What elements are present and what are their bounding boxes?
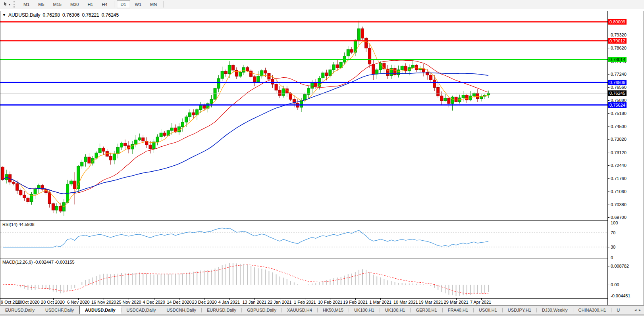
tab-eurusd-daily[interactable]: EURUSD,Daily <box>0 306 40 314</box>
toolbar-separator <box>114 1 114 8</box>
toolbar-separator <box>163 1 164 8</box>
hline-price-flag: 0.80009 <box>608 19 627 25</box>
date-label: 29 Mar 2021 <box>444 300 469 305</box>
axis-tick <box>608 205 609 205</box>
collapse-triangle-icon[interactable]: ▼ <box>2 13 6 17</box>
hline-price-flag: 0.76809 <box>608 80 627 85</box>
quote-open: 0.76298 <box>43 12 60 18</box>
timeframe-button-D1[interactable]: D1 <box>117 0 130 8</box>
price-axis[interactable]: 0.793200.786200.779400.772400.765600.758… <box>608 11 644 305</box>
crosshair-tool-button[interactable]: ▾ <box>2 0 12 9</box>
tab-scroll-right-icon[interactable]: ▸ <box>639 308 641 312</box>
timeframe-button-M5[interactable]: M5 <box>34 0 48 8</box>
price-tick-label: 0.70380 <box>611 202 627 207</box>
chevron-down-icon: ▾ <box>9 3 10 6</box>
tab-scroll-controls: ◂ ▸ <box>631 306 644 314</box>
timeframe-button-MN[interactable]: MN <box>146 0 161 8</box>
chart-symbol-label: AUDUSD,Daily <box>8 12 40 18</box>
tab-dj30-weekly[interactable]: DJ30,Weekly <box>537 306 573 314</box>
date-axis[interactable]: 9 Oct 202019 Oct 202028 Oct 20206 Nov 20… <box>0 298 607 305</box>
axis-tick <box>608 165 609 166</box>
macd-indicator-label: MACD(12,26,9) -0.002447 -0.003155 <box>2 260 75 264</box>
date-label: 22 Jan 2021 <box>268 300 292 305</box>
date-label: 19 Feb 2021 <box>343 300 368 305</box>
date-label: 28 Oct 2020 <box>41 300 65 305</box>
macd-pane[interactable]: MACD(12,26,9) -0.002447 -0.003155 <box>0 259 607 298</box>
quote-low: 0.76221 <box>82 12 99 18</box>
axis-tick <box>608 223 609 223</box>
rsi-pane[interactable]: RSI(14) 44.5908 <box>0 221 607 258</box>
tab-usdcad-daily[interactable]: USDCAD,Daily <box>121 306 161 314</box>
date-label: 16 Nov 2020 <box>91 300 116 305</box>
timeframe-button-M15[interactable]: M15 <box>49 0 66 8</box>
current-price-flag: 0.76245 <box>608 90 627 96</box>
cursor-tool-icon <box>3 1 8 8</box>
tab-china300-h1[interactable]: CHINA300,H1 <box>573 306 611 314</box>
date-label: 14 Dec 2020 <box>167 300 191 305</box>
tab-u[interactable]: U <box>611 306 625 314</box>
tab-usoil-h1[interactable]: USOil,H1 <box>474 306 502 314</box>
timeframe-button-H1[interactable]: H1 <box>83 0 97 8</box>
date-label: 10 Feb 2021 <box>318 300 343 305</box>
rsi-tick-label: 70 <box>611 230 615 235</box>
date-label: 1 Feb 2021 <box>294 300 316 305</box>
rsi-tick-label: 100 <box>611 220 618 225</box>
hline-price-flag: 0.79012 <box>608 38 627 44</box>
axis-tick <box>608 153 609 153</box>
status-strip <box>0 314 644 316</box>
date-label: 4 Dec 2020 <box>143 300 165 305</box>
price-pane[interactable]: ▼ AUDUSD,Daily 0.76298 0.76306 0.76221 0… <box>0 11 607 220</box>
tab-ger30-h1[interactable]: GER30,H1 <box>411 306 442 314</box>
tab-uk100-h1[interactable]: UK100,H1 <box>349 306 380 314</box>
price-tick-label: 0.73820 <box>611 137 627 142</box>
tab-xauusd-h4[interactable]: XAUUSD,H4 <box>282 306 317 314</box>
price-tick-label: 0.73120 <box>611 150 627 155</box>
price-tick-label: 0.74500 <box>611 124 627 129</box>
tab-usdcnh-daily[interactable]: USDCNH,Daily <box>161 306 201 314</box>
timeframe-button-M30[interactable]: M30 <box>66 0 83 8</box>
trading-terminal: ▾ M1M5M15M30H1H4D1W1MN ▼ AUDUSD,Daily 0.… <box>0 0 644 316</box>
price-tick-label: 0.69700 <box>611 215 627 220</box>
tab-gbpusd-daily[interactable]: GBPUSD,Daily <box>242 306 282 314</box>
price-tick-label: 0.79320 <box>611 33 627 37</box>
hline-price-flag: 0.78014 <box>608 57 627 62</box>
candlestick-chart[interactable] <box>0 11 607 220</box>
axis-tick <box>608 266 609 266</box>
macd-tick-label: 0.008782 <box>611 264 629 268</box>
date-label: 10 Mar 2021 <box>393 300 418 305</box>
rsi-chart[interactable] <box>0 221 607 258</box>
macd-chart[interactable] <box>0 259 607 298</box>
axis-tick <box>608 247 609 247</box>
axis-tick <box>608 217 609 218</box>
tab-usdjpy-h1[interactable]: USDJPY,H1 <box>503 306 536 314</box>
chart-panes: ▼ AUDUSD,Daily 0.76298 0.76306 0.76221 0… <box>0 11 608 305</box>
axis-tick <box>608 178 609 179</box>
price-tick-label: 0.71060 <box>611 189 627 194</box>
tab-scroll-left-icon[interactable]: ◂ <box>634 308 636 312</box>
macd-tick-label: 0.00 <box>611 282 619 287</box>
price-tick-label: 0.75180 <box>611 111 627 116</box>
tab-hk50-m15[interactable]: HK50,M15 <box>318 306 349 314</box>
date-label: 19 Mar 2021 <box>418 300 443 305</box>
timeframe-button-W1[interactable]: W1 <box>131 0 146 8</box>
tab-eurusd-daily[interactable]: EURUSD,Daily <box>202 306 241 314</box>
axis-tick <box>608 233 609 233</box>
axis-tick <box>608 296 609 296</box>
axis-tick <box>608 100 609 101</box>
axis-tick <box>608 126 609 127</box>
price-tick-label: 0.71760 <box>611 176 627 181</box>
tab-audusd-daily[interactable]: AUDUSD,Daily <box>79 306 121 314</box>
price-tick-label: 0.77240 <box>611 72 627 77</box>
toolbar-drag-grip[interactable] <box>13 1 16 8</box>
date-label: 19 Oct 2020 <box>16 300 40 305</box>
tab-fra40-h1[interactable]: FRA40,H1 <box>443 306 473 314</box>
timeframe-button-M1[interactable]: M1 <box>19 0 33 8</box>
rsi-indicator-label: RSI(14) 44.5908 <box>2 222 35 227</box>
rsi-tick-label: 30 <box>611 245 615 249</box>
tab-uk100-h1[interactable]: UK100,H1 <box>380 306 411 314</box>
timeframe-button-H4[interactable]: H4 <box>98 0 111 8</box>
date-label: 7 Apr 2021 <box>470 300 491 305</box>
tab-usdchf-daily[interactable]: USDCHF,Daily <box>40 306 79 314</box>
date-label: 4 Jan 2021 <box>218 300 240 305</box>
price-tick-label: 0.76560 <box>611 85 627 90</box>
